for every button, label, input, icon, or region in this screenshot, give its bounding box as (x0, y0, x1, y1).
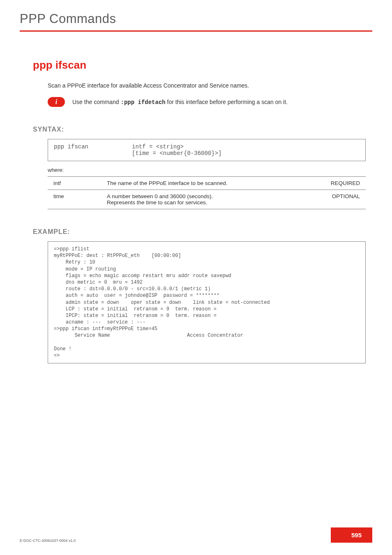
syntax-heading: SYNTAX: (33, 126, 366, 133)
params-table: intf The name of the PPPoE interface to … (48, 176, 366, 209)
syntax-box: ppp ifscan intf = <string> [time = <numb… (48, 139, 366, 161)
example-box: =>ppp iflist myRtPPPoE: dest : RtPPPoE_e… (48, 241, 366, 363)
note-prefix: Use the command (72, 99, 121, 105)
header-divider (20, 30, 372, 32)
table-row: time A number between 0 and 36000 (secon… (48, 190, 366, 209)
doc-id: E-DOC-CTC-20061027-0004 v1.0 (20, 539, 76, 543)
command-description: Scan a PPPoE interface for available Acc… (48, 82, 366, 89)
note-row: i Use the command :ppp ifdetach for this… (48, 97, 366, 107)
table-row: intf The name of the PPPoE interface to … (48, 177, 366, 190)
note-text: Use the command :ppp ifdetach for this i… (72, 99, 288, 106)
param-req: REQUIRED (321, 177, 366, 190)
note-suffix: for this interface before performing a s… (166, 99, 288, 105)
example-heading: EXAMPLE: (33, 228, 366, 236)
param-name: intf (48, 177, 101, 190)
param-req: OPTIONAL (321, 190, 366, 209)
note-cmd: :ppp ifdetach (121, 99, 166, 106)
command-title: ppp ifscan (33, 59, 366, 72)
param-name: time (48, 190, 101, 209)
info-icon: i (48, 97, 65, 107)
param-desc: A number between 0 and 36000 (seconds). … (101, 190, 321, 209)
where-label: where: (48, 167, 366, 173)
syntax-cmd: ppp ifscan (54, 143, 132, 157)
syntax-args: intf = <string> [time = <number{0-36000}… (132, 143, 221, 157)
chapter-title: PPP Commands (20, 12, 372, 26)
page-number: 595 (331, 527, 372, 543)
param-desc: The name of the PPPoE interface to be sc… (101, 177, 321, 190)
